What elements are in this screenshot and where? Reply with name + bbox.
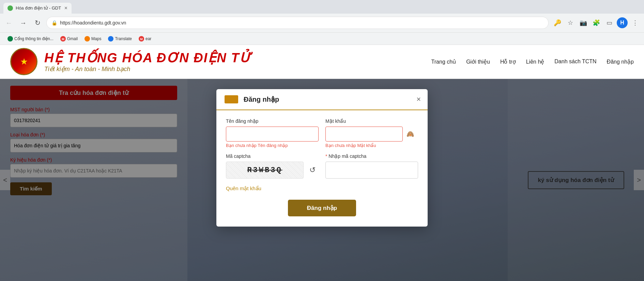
captcha-input[interactable] xyxy=(325,162,418,179)
svg-text:M: M xyxy=(140,37,143,41)
modal-footer: Đăng nhập xyxy=(226,200,418,216)
bookmark-favicon-translate xyxy=(108,36,113,42)
reload-button[interactable]: ↻ xyxy=(32,17,43,28)
back-button[interactable]: ← xyxy=(3,17,14,28)
modal-close-button[interactable]: × xyxy=(416,96,421,103)
captcha-row: Mã captcha R3WB3Q ↺ * Nhập mã captcha xyxy=(226,153,418,179)
username-error: Bạn chưa nhập Tên đăng nhập xyxy=(226,143,319,148)
nav-trang-chu[interactable]: Trang chủ xyxy=(431,59,456,65)
bookmark-label-translate: Translate xyxy=(115,36,132,41)
browser-chrome: Hóa đơn điện tử - GDT × ← → ↻ 🔒 https://… xyxy=(0,0,644,33)
bookmarks-bar: Cổng thông tin điện... M Gmail Maps Tran… xyxy=(0,33,644,45)
modal-body: Tên đăng nhập Bạn chưa nhập Tên đăng nhậ… xyxy=(216,110,428,227)
bookmark-favicon-gmail: M xyxy=(60,36,66,42)
profile-button[interactable]: H xyxy=(617,17,628,28)
svg-point-0 xyxy=(7,36,13,42)
captcha-refresh-button[interactable]: ↺ xyxy=(306,164,319,176)
bookmark-item-maps[interactable]: Maps xyxy=(82,35,104,43)
bookmark-favicon-ear: M xyxy=(139,36,144,42)
captcha-image: R3WB3Q xyxy=(226,162,304,179)
captcha-input-wrap xyxy=(325,162,418,179)
username-input[interactable] xyxy=(226,127,319,142)
site-subtitle: Tiết kiệm - An toàn - Minh bạch xyxy=(44,65,431,73)
logo-star-icon: ★ xyxy=(20,56,28,67)
svg-point-4 xyxy=(108,36,113,42)
tab-favicon xyxy=(7,5,13,11)
nav-danh-sach-tctn[interactable]: Danh sách TCTN xyxy=(554,59,596,65)
tab-label: Hóa đơn điện tử - GDT xyxy=(16,5,61,11)
password-key-button[interactable]: 🔑 xyxy=(552,17,563,28)
browser-tabs: Hóa đơn điện tử - GDT × xyxy=(0,0,644,14)
site-header: ★ HỆ THỐNG HÓA ĐƠN ĐIỆN TỬ Tiết kiệm - A… xyxy=(0,45,644,79)
modal-overlay: Đăng nhập × Tên đăng nhập Bạn chưa nhập … xyxy=(0,79,644,281)
toolbar-actions: 🔑 ☆ 📷 🧩 ▭ H ⋮ xyxy=(552,17,641,28)
login-submit-button[interactable]: Đăng nhập xyxy=(288,200,356,216)
captcha-image-field: Mã captcha R3WB3Q ↺ xyxy=(226,153,319,179)
url-text: https://hoadondientu.gdt.gov.vn xyxy=(60,20,126,26)
nav-ho-tro[interactable]: Hỗ trợ xyxy=(500,59,516,65)
nav-dang-nhap[interactable]: Đăng nhập xyxy=(607,59,634,65)
lock-icon: 🔒 xyxy=(51,20,57,26)
modal-header: Đăng nhập × xyxy=(216,89,428,110)
credentials-row: Tên đăng nhập Bạn chưa nhập Tên đăng nhậ… xyxy=(226,118,418,148)
page-content: ★ HỆ THỐNG HÓA ĐƠN ĐIỆN TỬ Tiết kiệm - A… xyxy=(0,45,644,281)
bookmark-item-cong-thong-tin[interactable]: Cổng thông tin điện... xyxy=(5,35,56,43)
bookmark-favicon-maps xyxy=(85,36,90,42)
password-error: Bạn chưa nhập Mật khẩu xyxy=(325,143,418,148)
password-input-wrap: 🙈 xyxy=(325,127,418,142)
bookmark-label-cong-thong-tin: Cổng thông tin điện... xyxy=(14,36,53,41)
modal-header-icon xyxy=(225,95,238,103)
site-title-block: HỆ THỐNG HÓA ĐƠN ĐIỆN TỬ Tiết kiệm - An … xyxy=(44,50,431,73)
bookmark-label-ear: ear xyxy=(145,36,151,41)
nav-lien-he[interactable]: Liên hệ xyxy=(526,59,545,65)
nav-gioi-thieu[interactable]: Giới thiệu xyxy=(466,59,490,65)
captcha-label: Mã captcha xyxy=(226,153,319,159)
username-label: Tên đăng nhập xyxy=(226,118,319,124)
svg-point-3 xyxy=(85,36,90,42)
site-title: HỆ THỐNG HÓA ĐƠN ĐIỆN TỬ xyxy=(44,50,431,65)
bookmark-item-ear[interactable]: M ear xyxy=(136,35,154,43)
camera-button[interactable]: 📷 xyxy=(578,17,589,28)
bookmark-star-button[interactable]: ☆ xyxy=(565,17,576,28)
tab-close-button[interactable]: × xyxy=(64,5,67,11)
username-field: Tên đăng nhập Bạn chưa nhập Tên đăng nhậ… xyxy=(226,118,319,148)
bookmark-label-maps: Maps xyxy=(91,36,101,41)
modal-title: Đăng nhập xyxy=(244,95,279,103)
sidebar-button[interactable]: ▭ xyxy=(604,17,615,28)
bookmark-label-gmail: Gmail xyxy=(67,36,78,41)
menu-button[interactable]: ⋮ xyxy=(630,17,641,28)
password-label: Mật khẩu xyxy=(325,118,418,124)
bookmark-item-gmail[interactable]: M Gmail xyxy=(58,35,80,43)
hero-area: < Tra cứu hóa đơn điện tử MST người bán … xyxy=(0,79,644,281)
browser-tab-active[interactable]: Hóa đơn điện tử - GDT × xyxy=(3,3,72,14)
password-field: Mật khẩu 🙈 Bạn chưa nhập Mật khẩu xyxy=(325,118,418,148)
site-logo: ★ xyxy=(10,48,37,75)
browser-toolbar: ← → ↻ 🔒 https://hoadondientu.gdt.gov.vn … xyxy=(0,14,644,32)
password-input[interactable] xyxy=(325,127,403,142)
captcha-input-field: * Nhập mã captcha xyxy=(325,153,418,179)
login-modal: Đăng nhập × Tên đăng nhập Bạn chưa nhập … xyxy=(216,89,428,227)
bookmark-item-translate[interactable]: Translate xyxy=(105,35,135,43)
captcha-required-label: * Nhập mã captcha xyxy=(325,153,418,159)
bookmark-favicon-cong-thong-tin xyxy=(7,36,13,42)
site-nav: Trang chủ Giới thiệu Hỗ trợ Liên hệ Danh… xyxy=(431,59,634,65)
captcha-image-wrap: R3WB3Q ↺ xyxy=(226,162,319,179)
forgot-password-button[interactable]: Quên mật khẩu xyxy=(226,184,261,193)
forward-button[interactable]: → xyxy=(18,17,29,28)
extensions-button[interactable]: 🧩 xyxy=(591,17,602,28)
address-bar[interactable]: 🔒 https://hoadondientu.gdt.gov.vn xyxy=(46,17,549,29)
svg-text:M: M xyxy=(62,37,64,41)
eye-icon[interactable]: 🙈 xyxy=(407,130,414,138)
